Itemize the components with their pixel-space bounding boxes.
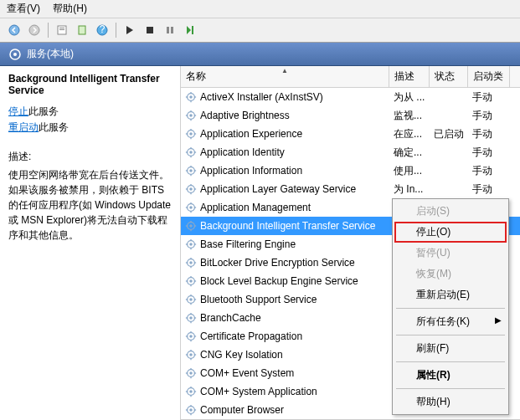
cell-name: COM+ System Application xyxy=(181,386,389,397)
cell-name: Adaptive Brightness xyxy=(181,110,389,121)
cell-startup: 手动 xyxy=(468,182,510,197)
ctx-resume: 恢复(M) xyxy=(394,264,507,284)
pause-svc-button[interactable] xyxy=(161,21,179,39)
svg-rect-3 xyxy=(59,28,64,28)
cell-name: Bluetooth Support Service xyxy=(181,294,389,305)
stop-svc-button[interactable] xyxy=(141,21,159,39)
cell-desc: 监视... xyxy=(389,109,430,123)
svg-rect-9 xyxy=(167,27,169,33)
ctx-pause: 暂停(U) xyxy=(394,243,507,264)
svg-rect-10 xyxy=(171,27,173,33)
service-title: Background Intelligent Transfer Service xyxy=(8,73,172,96)
stop-action: 停止此服务 xyxy=(8,105,172,119)
export-button[interactable] xyxy=(73,21,91,39)
svg-point-99 xyxy=(189,353,193,356)
svg-point-93 xyxy=(189,335,193,338)
svg-point-87 xyxy=(189,316,193,320)
cell-name: Block Level Backup Engine Service xyxy=(181,275,389,287)
ctx-start: 启动(S) xyxy=(394,201,507,222)
toolbar: ? xyxy=(0,18,520,43)
col-startup[interactable]: 启动类 xyxy=(468,66,510,87)
ctx-alltasks[interactable]: 所有任务(K)▶ xyxy=(394,311,507,332)
ctx-props[interactable]: 属性(R) xyxy=(394,365,507,386)
restart-action: 重启动此服务 xyxy=(8,120,172,135)
svg-point-45 xyxy=(189,187,193,191)
col-status[interactable]: 状态 xyxy=(430,66,468,87)
ctx-restart[interactable]: 重新启动(E) xyxy=(394,284,507,305)
header-title: 服务(本地) xyxy=(27,47,74,61)
service-row[interactable]: Adaptive Brightness监视...手动 xyxy=(181,106,520,125)
ctx-sep xyxy=(396,308,505,309)
svg-point-15 xyxy=(189,95,193,99)
cell-name: BranchCache xyxy=(181,312,389,324)
cell-name: Application Information xyxy=(181,165,389,177)
back-button[interactable] xyxy=(5,21,23,39)
service-row[interactable]: Application Experience在应...已启动手动 xyxy=(181,125,520,143)
svg-point-39 xyxy=(189,169,193,172)
svg-point-51 xyxy=(189,206,193,209)
svg-point-21 xyxy=(189,114,193,117)
svg-point-13 xyxy=(13,53,17,56)
cell-name: Application Layer Gateway Service xyxy=(181,183,389,195)
stop-link[interactable]: 停止 xyxy=(8,105,28,117)
svg-rect-4 xyxy=(59,29,64,30)
column-headers: 名称 描述 状态 启动类 xyxy=(181,66,520,88)
svg-point-81 xyxy=(189,298,193,301)
ctx-refresh[interactable]: 刷新(F) xyxy=(394,338,507,359)
ctx-help[interactable]: 帮助(H) xyxy=(394,392,507,412)
restart-svc-button[interactable] xyxy=(181,21,199,39)
cell-startup: 手动 xyxy=(468,146,510,160)
cell-name: Application Identity xyxy=(181,146,389,158)
svg-point-75 xyxy=(189,279,193,283)
cell-desc: 使用... xyxy=(389,164,430,178)
cell-name: COM+ Event System xyxy=(181,367,389,379)
col-desc[interactable]: 描述 xyxy=(389,66,430,87)
svg-rect-5 xyxy=(79,26,85,34)
desc-text: 使用空闲网络带宽在后台传送文件。如果该服务被禁用，则依赖于 BITS 的任何应用… xyxy=(8,167,172,243)
service-row[interactable]: ActiveX Installer (AxInstSV)为从 ...手动 xyxy=(181,88,520,106)
svg-point-105 xyxy=(189,371,193,375)
cell-startup: 手动 xyxy=(468,164,510,178)
content-area: Background Intelligent Transfer Service … xyxy=(0,66,520,420)
cell-status: 已启动 xyxy=(430,127,468,141)
ctx-stop[interactable]: 停止(O) xyxy=(394,222,507,243)
menu-help[interactable]: 帮助(H) xyxy=(53,3,87,14)
ctx-sep xyxy=(396,361,505,362)
svg-text:?: ? xyxy=(100,24,106,35)
cell-name: ActiveX Installer (AxInstSV) xyxy=(181,91,389,103)
svg-point-63 xyxy=(189,243,193,246)
svg-rect-8 xyxy=(147,27,153,33)
svg-point-1 xyxy=(29,25,39,35)
service-row[interactable]: Application Identity确定...手动 xyxy=(181,143,520,161)
start-svc-button[interactable] xyxy=(121,21,139,39)
cell-name: CNG Key Isolation xyxy=(181,349,389,361)
details-pane: Background Intelligent Transfer Service … xyxy=(0,66,181,420)
help-button[interactable]: ? xyxy=(93,21,111,39)
cell-name: Computer Browser xyxy=(181,404,389,416)
separator xyxy=(48,23,49,38)
svg-point-117 xyxy=(189,408,193,412)
menu-view[interactable]: 查看(V) xyxy=(7,3,40,14)
cell-name: Application Management xyxy=(181,202,389,213)
service-row[interactable]: Application Information使用...手动 xyxy=(181,161,520,180)
cell-name: BitLocker Drive Encryption Service xyxy=(181,257,389,269)
cell-name: Application Experience xyxy=(181,128,389,140)
props-button[interactable] xyxy=(53,21,71,39)
submenu-arrow-icon: ▶ xyxy=(495,315,502,325)
desc-label: 描述: xyxy=(8,150,172,164)
cell-desc: 在应... xyxy=(389,127,430,141)
cell-desc: 为 In... xyxy=(389,182,430,197)
forward-button[interactable] xyxy=(25,21,44,39)
services-icon xyxy=(8,48,22,61)
col-name[interactable]: 名称 xyxy=(181,66,389,87)
cell-name: Certificate Propagation xyxy=(181,330,389,342)
list-pane: 名称 描述 状态 启动类 ActiveX Installer (AxInstSV… xyxy=(181,66,520,420)
svg-point-57 xyxy=(189,224,193,228)
restart-link[interactable]: 重启动 xyxy=(8,121,39,133)
ctx-sep xyxy=(396,335,505,335)
svg-point-69 xyxy=(189,261,193,264)
svg-point-111 xyxy=(189,390,193,393)
service-row[interactable]: Application Layer Gateway Service为 In...… xyxy=(181,180,520,198)
header-bar: 服务(本地) xyxy=(0,43,520,66)
menu-bar: 查看(V) 帮助(H) xyxy=(0,0,520,18)
